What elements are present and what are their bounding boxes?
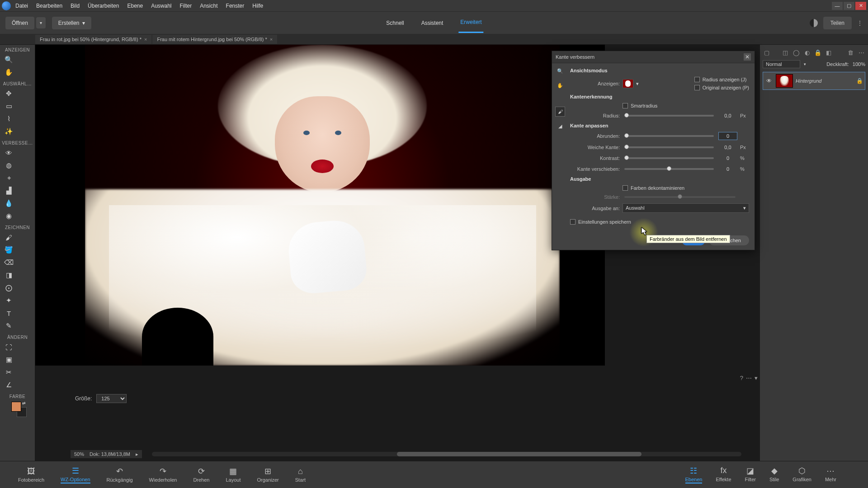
open-button[interactable]: Öffnen: [5, 17, 34, 29]
eraser-tool-icon[interactable]: ⌫: [0, 256, 18, 269]
shift-value[interactable]: 0: [718, 165, 737, 173]
wand-tool-icon[interactable]: ✨: [0, 125, 18, 138]
menu-fenster[interactable]: Fenster: [226, 3, 245, 9]
layer-mask-icon[interactable]: ◐: [803, 48, 811, 56]
status-menu-icon[interactable]: ▸: [136, 451, 138, 457]
layer-name[interactable]: Hintergrund: [796, 78, 821, 84]
color-swatch[interactable]: ⇄: [11, 402, 24, 414]
mode-expert[interactable]: Erweitert: [458, 13, 483, 33]
dock-rotate[interactable]: ⟳Drehen: [193, 467, 209, 483]
sponge-tool-icon[interactable]: ◉: [0, 210, 18, 222]
smooth-slider[interactable]: [624, 135, 714, 137]
zoom-level[interactable]: 50%: [74, 451, 84, 457]
stamp-tool-icon[interactable]: ▟: [0, 184, 18, 197]
dock-undo[interactable]: ↶Rückgängig: [107, 467, 133, 483]
menu-ansicht[interactable]: Ansicht: [200, 3, 217, 9]
menu-auswahl[interactable]: Auswahl: [151, 3, 171, 9]
brush-size-select[interactable]: 125: [96, 394, 127, 403]
pencil-tool-icon[interactable]: ✎: [0, 319, 18, 332]
spot-tool-icon[interactable]: ◍: [0, 159, 18, 172]
straighten-tool-icon[interactable]: ∠: [0, 379, 18, 391]
mode-guided[interactable]: Assistent: [420, 14, 445, 33]
show-radius-checkbox[interactable]: [694, 77, 700, 82]
decontaminate-checkbox[interactable]: [623, 185, 628, 191]
smooth-value[interactable]: 0: [718, 132, 737, 140]
more-icon[interactable]: ⋯: [746, 375, 752, 381]
document-canvas[interactable]: [35, 45, 605, 366]
dock-more[interactable]: ⋯Mehr: [825, 466, 836, 483]
doc-tab-1[interactable]: Frau in rot.jpg bei 50% (Hintergrund, RG…: [35, 35, 151, 44]
marquee-tool-icon[interactable]: ▭: [0, 100, 18, 113]
gradient-tool-icon[interactable]: ◨: [0, 269, 18, 282]
layer-thumbnail[interactable]: [776, 74, 793, 88]
collapse-icon[interactable]: ▾: [755, 375, 758, 381]
contentmove-tool-icon[interactable]: ✂: [0, 366, 18, 379]
menu-datei[interactable]: Datei: [15, 3, 28, 9]
feather-slider[interactable]: [624, 146, 714, 148]
trash-icon[interactable]: 🗑: [846, 48, 854, 56]
close-button[interactable]: ✕: [855, 2, 866, 10]
share-button[interactable]: Teilen: [823, 17, 852, 29]
radius-value[interactable]: 0,0: [718, 112, 737, 119]
picker-tool-icon[interactable]: ⨀: [0, 282, 18, 294]
layer-fx-icon[interactable]: ◯: [792, 48, 800, 56]
lasso-tool-icon[interactable]: ⌇: [0, 113, 18, 125]
menu-filter[interactable]: Filter: [180, 3, 192, 9]
redeye-tool-icon[interactable]: 👁: [0, 146, 18, 159]
chevron-down-icon[interactable]: ▾: [636, 81, 639, 87]
minimize-button[interactable]: —: [832, 2, 843, 10]
menu-ueberarbeiten[interactable]: Überarbeiten: [88, 3, 119, 9]
help-icon[interactable]: ?: [740, 375, 743, 381]
menu-hilfe[interactable]: Hilfe: [252, 3, 263, 9]
swap-colors-icon[interactable]: ⇄: [22, 401, 26, 405]
dock-filters[interactable]: ◪Filter: [745, 466, 756, 483]
contrast-value[interactable]: 0: [718, 155, 737, 162]
panel-menu-icon[interactable]: ⋯: [857, 48, 865, 56]
blur-tool-icon[interactable]: 💧: [0, 197, 18, 210]
mode-quick[interactable]: Schnell: [384, 14, 406, 33]
dock-photobin[interactable]: 🖼Fotobereich: [18, 467, 44, 483]
dock-tool-options[interactable]: ☰WZ-Optionen: [61, 466, 90, 483]
layer-lock-icon[interactable]: 🔒: [814, 48, 822, 56]
dock-redo[interactable]: ↷Wiederholen: [149, 467, 177, 483]
opacity-value[interactable]: 100%: [853, 61, 865, 67]
create-button[interactable]: Erstellen ▾: [52, 17, 91, 29]
output-to-select[interactable]: Auswahl▾: [623, 203, 749, 213]
theme-toggle-icon[interactable]: [810, 19, 818, 27]
fg-color-icon[interactable]: [11, 402, 21, 412]
dock-home[interactable]: ⌂Start: [295, 467, 306, 483]
hscroll-thumb[interactable]: [397, 452, 642, 456]
dock-layers[interactable]: ☷Ebenen: [685, 466, 703, 483]
open-dropdown[interactable]: ▾: [36, 17, 46, 28]
new-doc-icon[interactable]: ▢: [763, 48, 771, 56]
maximize-button[interactable]: ▢: [844, 2, 854, 10]
view-thumbnail[interactable]: [623, 79, 633, 88]
visibility-icon[interactable]: 👁: [765, 78, 773, 84]
shift-slider[interactable]: [624, 168, 714, 170]
layer-adj-icon[interactable]: ◧: [825, 48, 833, 56]
shape-tool-icon[interactable]: ✦: [0, 294, 18, 307]
dock-organizer[interactable]: ⊞Organizer: [257, 467, 278, 483]
blend-mode-select[interactable]: Normal: [763, 60, 800, 68]
dialog-titlebar[interactable]: Kante verbessern ✕: [552, 51, 755, 63]
show-original-checkbox[interactable]: [694, 85, 700, 90]
clone-tool-icon[interactable]: ⌖: [0, 172, 18, 184]
bucket-tool-icon[interactable]: 🪣: [0, 244, 18, 256]
crop-tool-icon[interactable]: ⛶: [0, 341, 18, 353]
doc-tab-2[interactable]: Frau mit rotem Hintergrund.jpg bei 50% (…: [152, 35, 277, 44]
refine-brush-icon[interactable]: 🖌: [555, 107, 565, 117]
zoom-icon[interactable]: 🔍: [555, 66, 565, 76]
menu-bild[interactable]: Bild: [71, 3, 80, 9]
kebab-menu-icon[interactable]: ⋮: [857, 20, 863, 26]
contrast-slider[interactable]: [624, 157, 714, 159]
remember-checkbox[interactable]: [570, 219, 576, 225]
brush-tool-icon[interactable]: 🖌: [0, 231, 18, 244]
dock-effects[interactable]: fxEffekte: [716, 466, 731, 483]
dock-layout[interactable]: ▦Layout: [226, 467, 241, 483]
erase-refine-icon[interactable]: ◢: [555, 121, 565, 131]
layer-new-icon[interactable]: ◫: [781, 48, 789, 56]
close-tab-icon[interactable]: ×: [270, 37, 273, 42]
radius-slider[interactable]: [624, 115, 714, 117]
close-tab-icon[interactable]: ×: [144, 37, 147, 42]
dock-styles[interactable]: ◆Stile: [769, 466, 779, 483]
